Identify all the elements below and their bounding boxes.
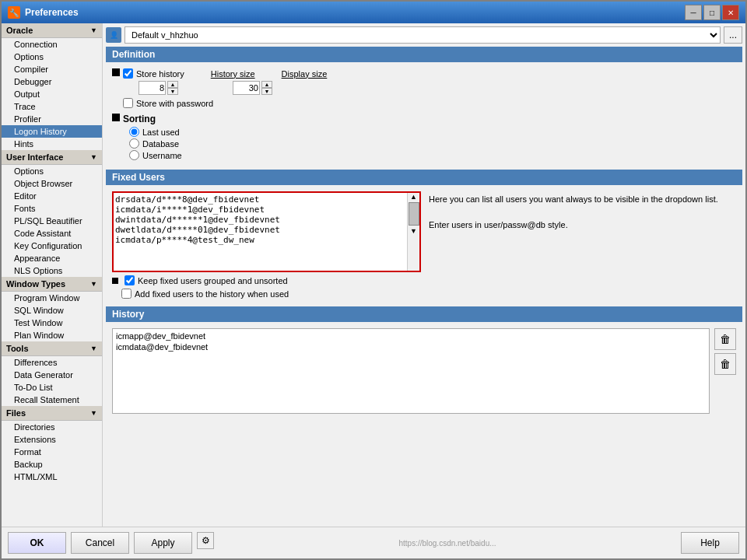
sidebar-item-format[interactable]: Format [2, 446, 102, 458]
fixed-users-textarea[interactable]: drsdata/d****8@dev_fbidevnet icmdata/i**… [114, 193, 407, 271]
scrollbar-up-icon[interactable]: ▲ [410, 193, 417, 201]
window-title: Preferences [25, 7, 79, 18]
display-size-input[interactable] [233, 81, 260, 95]
sidebar-item-profiler[interactable]: Profiler [2, 113, 102, 125]
sidebar-item-data-generator[interactable]: Data Generator [2, 369, 102, 381]
history-entry-icmapp[interactable]: icmapp@dev_fbidevnet [114, 331, 707, 341]
definition-square-row: Store history History size Display size [112, 68, 736, 110]
history-clear-button[interactable]: 🗑 [714, 353, 736, 375]
sidebar-item-appearance[interactable]: Appearance [2, 252, 102, 264]
history-entry-icmdata[interactable]: icmdata@dev_fbidevnet [114, 341, 707, 352]
close-button[interactable]: ✕ [722, 5, 739, 20]
sidebar-item-plan-window[interactable]: Plan Window [2, 329, 102, 341]
add-history-row: Add fixed users to the history when used [112, 289, 736, 299]
history-size-input[interactable] [139, 81, 166, 95]
sidebar-item-editor[interactable]: Editor [2, 190, 102, 202]
scrollbar-down-icon[interactable]: ▼ [410, 227, 417, 235]
store-history-label: Store history [136, 69, 184, 79]
bottom-left-buttons: OK Cancel Apply ⚙ [8, 532, 214, 554]
files-section-header[interactable]: Files ▼ [2, 406, 102, 421]
sorting-square-row: Sorting Last used Database [112, 114, 736, 162]
sidebar-item-fonts[interactable]: Fonts [2, 202, 102, 215]
cancel-button[interactable]: Cancel [71, 532, 129, 554]
display-size-up-arrow[interactable]: ▲ [261, 81, 272, 88]
sidebar-item-ui-options[interactable]: Options [2, 165, 102, 177]
oracle-label: Oracle [6, 26, 33, 35]
sidebar-item-logon-history[interactable]: Logon History [2, 125, 102, 138]
sidebar-item-test-window[interactable]: Test Window [2, 317, 102, 329]
sidebar-item-code-assistant[interactable]: Code Assistant [2, 227, 102, 240]
sidebar-item-output[interactable]: Output [2, 88, 102, 100]
tools-label: Tools [6, 344, 29, 353]
store-password-row: Store with password [123, 98, 736, 108]
add-history-checkbox[interactable] [121, 289, 132, 299]
definition-square-icon [112, 68, 120, 76]
fixed-users-textarea-wrapper: drsdata/d****8@dev_fbidevnet icmdata/i**… [112, 191, 421, 272]
ui-label: User Interface [6, 152, 63, 162]
store-password-label: Store with password [136, 99, 213, 108]
sidebar-item-key-configuration[interactable]: Key Configuration [2, 240, 102, 252]
sidebar-item-differences[interactable]: Differences [2, 356, 102, 369]
sidebar-item-recall-statement[interactable]: Recall Statement [2, 394, 102, 406]
fixed-users-scrollbar[interactable]: ▲ ▼ [407, 193, 419, 271]
history-buttons: 🗑 🗑 [714, 328, 736, 414]
oracle-section-header[interactable]: Oracle ▼ [2, 23, 102, 38]
size-row: ▲ ▼ ▲ ▼ [139, 81, 736, 95]
keep-grouped-square-icon [112, 278, 118, 284]
sidebar-item-object-browser[interactable]: Object Browser [2, 177, 102, 190]
sidebar-item-compiler[interactable]: Compiler [2, 63, 102, 75]
profile-options-button[interactable]: ... [724, 26, 742, 44]
sidebar-item-backup[interactable]: Backup [2, 458, 102, 471]
bottom-right-buttons: Help [681, 532, 739, 554]
files-arrow-icon: ▼ [90, 409, 97, 417]
history-size-arrows: ▲ ▼ [167, 81, 178, 95]
settings-icon-button[interactable]: ⚙ [197, 532, 214, 549]
sidebar-item-hints[interactable]: Hints [2, 138, 102, 150]
maximize-button[interactable]: □ [703, 5, 721, 20]
history-size-up-arrow[interactable]: ▲ [167, 81, 178, 88]
history-delete-button[interactable]: 🗑 [714, 328, 736, 350]
sorting-title: Sorting [123, 114, 736, 124]
sidebar-item-connection[interactable]: Connection [2, 38, 102, 51]
sidebar-item-program-window[interactable]: Program Window [2, 292, 102, 304]
history-list[interactable]: icmapp@dev_fbidevnet icmdata@dev_fbidevn… [112, 328, 710, 414]
sidebar-item-directories[interactable]: Directories [2, 421, 102, 433]
sidebar-item-plsql-beautifier[interactable]: PL/SQL Beautifier [2, 215, 102, 227]
sort-last-used-label: Last used [142, 128, 180, 137]
help-button[interactable]: Help [681, 532, 739, 554]
display-size-down-arrow[interactable]: ▼ [261, 88, 272, 95]
sidebar-item-extensions[interactable]: Extensions [2, 433, 102, 446]
sidebar-item-nls-options[interactable]: NLS Options [2, 264, 102, 277]
ui-section-header[interactable]: User Interface ▼ [2, 150, 102, 165]
tools-section-header[interactable]: Tools ▼ [2, 341, 102, 356]
sort-last-used-radio[interactable] [129, 127, 139, 137]
keep-grouped-checkbox[interactable] [124, 275, 135, 285]
title-bar-left: 🔧 Preferences [8, 6, 79, 19]
minimize-button[interactable]: ─ [685, 5, 702, 20]
store-history-checkbox[interactable] [123, 68, 133, 79]
apply-button[interactable]: Apply [134, 532, 192, 554]
tools-arrow-icon: ▼ [90, 345, 97, 352]
files-label: Files [6, 408, 26, 418]
sort-username-label: Username [142, 151, 182, 160]
sidebar-item-debugger[interactable]: Debugger [2, 75, 102, 88]
sort-username-radio[interactable] [129, 150, 139, 160]
sidebar-item-sql-window[interactable]: SQL Window [2, 304, 102, 317]
ok-button[interactable]: OK [8, 532, 66, 554]
window-types-section-header[interactable]: Window Types ▼ [2, 277, 102, 292]
scrollbar-thumb[interactable] [409, 202, 419, 226]
fixed-users-content: drsdata/d****8@dev_fbidevnet icmdata/i**… [106, 188, 742, 303]
history-size-down-arrow[interactable]: ▼ [167, 88, 178, 95]
definition-content: Store history History size Display size [106, 65, 742, 166]
display-size-group: Display size [282, 69, 328, 79]
sidebar-item-trace[interactable]: Trace [2, 100, 102, 113]
sidebar-item-html-xml[interactable]: HTML/XML [2, 471, 102, 483]
sort-database-radio[interactable] [129, 138, 139, 149]
store-password-checkbox[interactable] [123, 98, 133, 108]
sidebar-item-todo-list[interactable]: To-Do List [2, 381, 102, 394]
display-size-input-group: ▲ ▼ [233, 81, 272, 95]
profile-select[interactable]: Default v_hhzhuo [124, 26, 721, 44]
sidebar-item-options[interactable]: Options [2, 51, 102, 63]
history-header: History [106, 306, 742, 322]
history-content: icmapp@dev_fbidevnet icmdata@dev_fbidevn… [106, 325, 742, 417]
